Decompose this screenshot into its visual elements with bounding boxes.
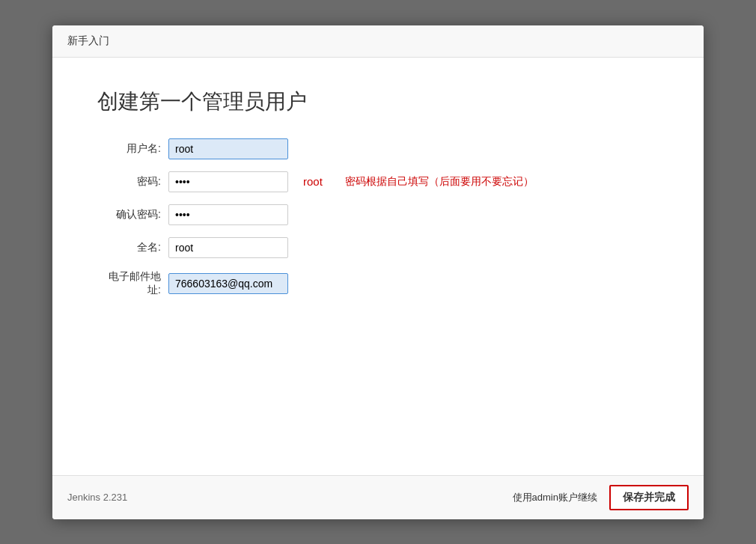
version-label: Jenkins 2.231 (67, 492, 127, 503)
admin-continue-link[interactable]: 使用admin账户继续 (513, 491, 597, 504)
username-label: 用户名: (97, 142, 161, 156)
page-title: 创建第一个管理员用户 (97, 88, 659, 116)
fullname-input[interactable] (168, 237, 288, 258)
username-input[interactable] (168, 138, 288, 159)
window-content: 创建第一个管理员用户 用户名: 密码: root 密码根据自己填写（后面要用不要… (52, 58, 704, 475)
main-window: 新手入门 创建第一个管理员用户 用户名: 密码: root 密码根据自己填写（后… (52, 25, 704, 519)
password-field-group: 密码: root 密码根据自己填写（后面要用不要忘记） (97, 171, 659, 192)
email-label: 电子邮件地址: (97, 270, 161, 297)
save-button[interactable]: 保存并完成 (609, 485, 689, 510)
footer-actions: 使用admin账户继续 保存并完成 (513, 485, 689, 510)
fullname-label: 全名: (97, 241, 161, 254)
password-label: 密码: (97, 175, 161, 189)
username-field-group: 用户名: (97, 138, 659, 159)
window-footer: Jenkins 2.231 使用admin账户继续 保存并完成 (52, 475, 704, 519)
password-annotation-username: root (303, 175, 323, 188)
password-input[interactable] (168, 171, 288, 192)
confirm-password-field-group: 确认密码: (97, 204, 659, 225)
confirm-password-input[interactable] (168, 204, 288, 225)
fullname-field-group: 全名: (97, 237, 659, 258)
confirm-password-label: 确认密码: (97, 208, 161, 221)
window-header: 新手入门 (52, 25, 704, 58)
email-field-group: 电子邮件地址: (97, 270, 659, 297)
header-title: 新手入门 (67, 34, 109, 46)
email-input[interactable] (168, 273, 288, 294)
password-annotation-note: 密码根据自己填写（后面要用不要忘记） (345, 175, 534, 189)
